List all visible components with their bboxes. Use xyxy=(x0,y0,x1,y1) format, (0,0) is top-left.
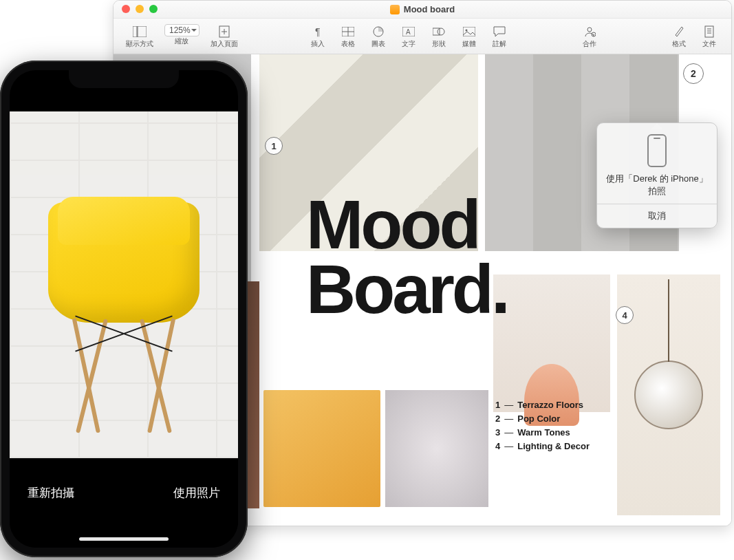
media-icon xyxy=(460,24,479,39)
retake-button[interactable]: 重新拍攝 xyxy=(28,485,74,501)
use-photo-button[interactable]: 使用照片 xyxy=(173,485,220,501)
popover-cancel-button[interactable]: 取消 xyxy=(597,204,717,228)
insert-button[interactable]: ¶ 插入 xyxy=(304,24,332,49)
svg-rect-1 xyxy=(138,26,147,37)
toolbar: 顯示方式 125% 縮放 加入頁面 ¶ 插入 表格 xyxy=(114,19,731,54)
mirror-shape xyxy=(634,360,703,429)
format-icon xyxy=(669,24,689,39)
chart-icon xyxy=(369,24,388,39)
iphone-outline-icon xyxy=(647,134,667,167)
view-button[interactable]: 顯示方式 xyxy=(122,24,158,49)
camera-viewfinder[interactable] xyxy=(10,111,238,458)
svg-point-15 xyxy=(466,29,468,31)
svg-point-13 xyxy=(438,28,444,35)
minimize-window-button[interactable] xyxy=(136,5,144,13)
comment-icon xyxy=(490,24,509,39)
svg-point-16 xyxy=(587,28,592,32)
zoom-dropdown[interactable]: 125% 縮放 xyxy=(160,24,204,49)
text-button[interactable]: A 文字 xyxy=(395,24,422,49)
document-title[interactable]: Mood Board. xyxy=(306,192,508,321)
comment-button[interactable]: 註解 xyxy=(486,24,513,49)
text-icon: A xyxy=(399,24,418,39)
svg-text:+: + xyxy=(592,32,595,36)
chair-photo xyxy=(48,202,199,422)
image-tile-sofa[interactable] xyxy=(263,390,380,507)
image-tile-fur[interactable] xyxy=(385,390,488,507)
table-icon xyxy=(338,24,358,39)
document-button[interactable]: 文件 xyxy=(695,24,723,49)
document-panel-icon xyxy=(700,24,719,39)
zoom-value[interactable]: 125% xyxy=(164,24,199,36)
svg-rect-0 xyxy=(133,26,137,37)
legend-item: 4—Lighting & Decor xyxy=(495,440,590,453)
camera-bottom-bar: 重新拍攝 使用照片 xyxy=(10,458,238,548)
shape-icon xyxy=(429,24,449,39)
annotation-marker-4[interactable]: 4 xyxy=(616,306,634,324)
popover-message: 使用「Derek 的 iPhone」拍照 xyxy=(597,173,717,204)
shape-button[interactable]: 形狀 xyxy=(425,24,453,49)
iphone-screen: 重新拍攝 使用照片 xyxy=(10,70,238,548)
svg-rect-19 xyxy=(705,26,713,37)
table-button[interactable]: 表格 xyxy=(334,24,362,49)
svg-text:¶: ¶ xyxy=(315,26,321,37)
insert-icon: ¶ xyxy=(308,24,327,39)
add-page-icon xyxy=(215,24,234,39)
iphone-device: 重新拍攝 使用照片 xyxy=(0,61,248,557)
svg-rect-14 xyxy=(463,27,475,36)
document-icon xyxy=(390,5,400,14)
format-button[interactable]: 格式 xyxy=(665,24,693,49)
iphone-notch xyxy=(69,70,179,88)
media-button[interactable]: 媒體 xyxy=(455,24,483,49)
legend-item: 2—Pop Color xyxy=(495,412,590,426)
legend-item: 1—Terrazzo Floors xyxy=(495,398,590,412)
view-icon xyxy=(130,24,149,39)
collaborate-icon: + xyxy=(580,24,599,39)
annotation-marker-1[interactable]: 1 xyxy=(265,137,283,155)
collaborate-button[interactable]: + 合作 xyxy=(576,24,603,49)
close-window-button[interactable] xyxy=(122,5,130,13)
chart-button[interactable]: 圖表 xyxy=(365,24,392,49)
image-tile-lamp[interactable] xyxy=(493,274,610,412)
add-page-button[interactable]: 加入頁面 xyxy=(206,24,242,49)
traffic-lights[interactable] xyxy=(122,5,158,13)
window-title: Mood board xyxy=(404,4,455,14)
zoom-window-button[interactable] xyxy=(149,5,158,13)
legend-list[interactable]: 1—Terrazzo Floors 2—Pop Color 3—Warm Ton… xyxy=(495,398,590,454)
continuity-camera-popover: 使用「Derek 的 iPhone」拍照 取消 xyxy=(596,122,717,228)
window-titlebar[interactable]: Mood board xyxy=(114,1,731,19)
legend-item: 3—Warm Tones xyxy=(495,426,590,440)
svg-text:A: A xyxy=(406,28,411,36)
step-badge-2: 2 xyxy=(683,63,704,84)
home-indicator[interactable] xyxy=(79,537,169,541)
